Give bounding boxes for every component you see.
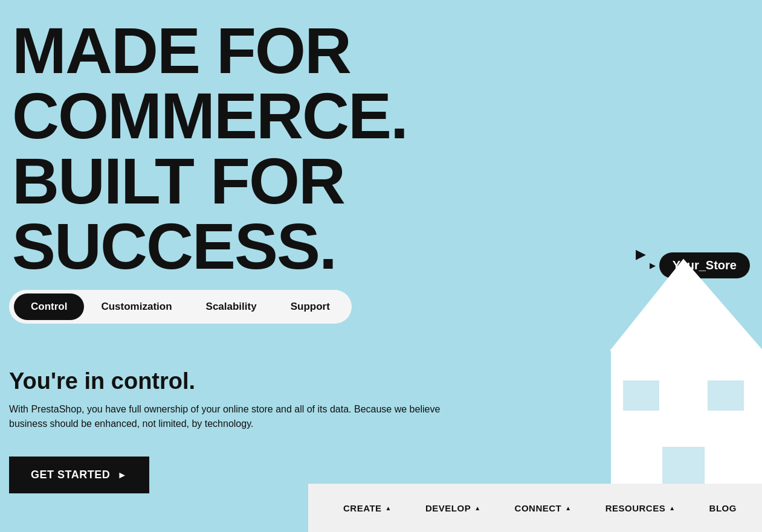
nav-connect-arrow-icon: ▲ xyxy=(565,505,571,511)
nav-blog[interactable]: BLOG xyxy=(693,503,754,513)
nav-resources-arrow-icon: ▲ xyxy=(669,505,675,511)
main-background: MADE FOR COMMERCE. BUILT FOR SUCCESS. Co… xyxy=(0,0,762,532)
body-text-line1: With PrestaShop, you have full ownership… xyxy=(9,404,440,414)
bottom-nav: CREATE ▲ DEVELOP ▲ CONNECT ▲ RESOURCES ▲… xyxy=(308,484,762,532)
nav-connect[interactable]: CONNECT ▲ xyxy=(498,503,589,513)
headline-line1: MADE FOR xyxy=(12,18,407,83)
body-text-line2: business should be enhanced, not limited… xyxy=(9,418,253,429)
subheadline: You're in control. xyxy=(9,368,195,394)
headline-line4: SUCCESS. xyxy=(12,214,407,279)
nav-resources-label: RESOURCES xyxy=(605,503,666,513)
nav-create[interactable]: CREATE ▲ xyxy=(326,503,408,513)
tab-control[interactable]: Control xyxy=(14,293,84,320)
tab-customization[interactable]: Customization xyxy=(84,293,189,320)
get-started-button[interactable]: GET STARTED ► xyxy=(9,457,149,493)
nav-resources[interactable]: RESOURCES ▲ xyxy=(589,503,693,513)
nav-create-label: CREATE xyxy=(343,503,382,513)
nav-blog-label: BLOG xyxy=(709,503,737,513)
feature-tabs: Control Customization Scalability Suppor… xyxy=(9,290,352,324)
tab-scalability[interactable]: Scalability xyxy=(189,293,274,320)
nav-connect-label: CONNECT xyxy=(515,503,562,513)
svg-rect-3 xyxy=(623,380,659,411)
hero-headline: MADE FOR COMMERCE. BUILT FOR SUCCESS. xyxy=(12,18,407,279)
nav-develop-arrow-icon: ▲ xyxy=(474,505,480,511)
cta-label: GET STARTED xyxy=(31,469,110,481)
nav-develop-label: DEVELOP xyxy=(425,503,471,513)
svg-marker-0 xyxy=(611,260,762,350)
nav-create-arrow-icon: ▲ xyxy=(386,505,392,511)
tab-support[interactable]: Support xyxy=(274,293,347,320)
cta-arrow-icon: ► xyxy=(117,470,127,481)
body-text: With PrestaShop, you have full ownership… xyxy=(9,402,440,431)
headline-line2: COMMERCE. xyxy=(12,83,407,149)
nav-develop[interactable]: DEVELOP ▲ xyxy=(408,503,498,513)
headline-line3: BUILT FOR xyxy=(12,149,407,214)
svg-rect-4 xyxy=(708,380,744,411)
